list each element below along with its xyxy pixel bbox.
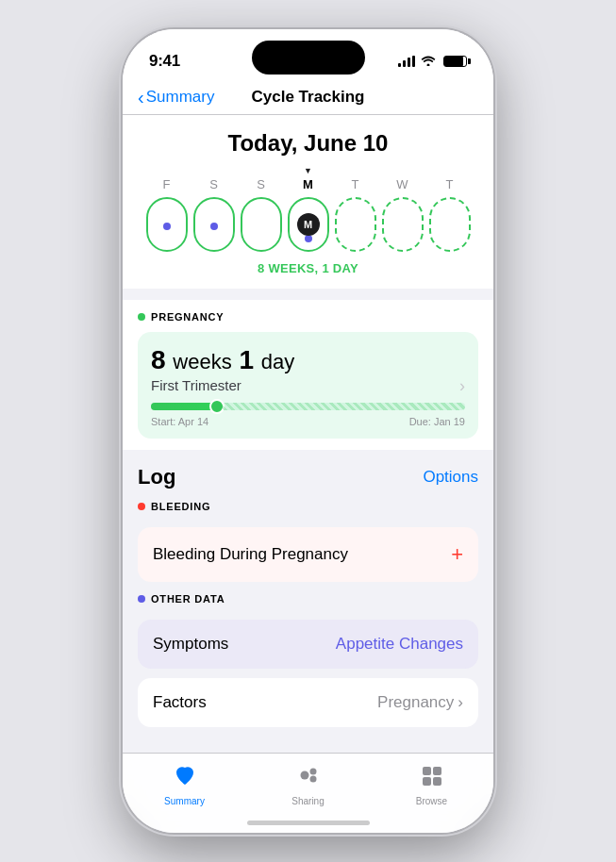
svg-rect-5 [433, 767, 441, 775]
start-date: Start: Apr 14 [151, 416, 208, 427]
today-label: M [297, 213, 320, 236]
progress-dates: Start: Apr 14 Due: Jan 19 [151, 416, 465, 427]
progress-remaining [220, 403, 465, 410]
days-word: day [261, 350, 294, 373]
triangle-t2 [429, 160, 471, 177]
triangle-m [288, 160, 329, 177]
pregnancy-weeks: 8 weeks 1 day [151, 345, 465, 375]
content-area[interactable]: Today, June 10 F S S M T [123, 115, 493, 753]
bleeding-label-text: BLEEDING [151, 501, 210, 512]
triangle-f [146, 160, 188, 177]
calendar-days[interactable]: M [138, 197, 478, 252]
battery-icon [443, 56, 467, 67]
day-label-s1: S [193, 177, 235, 191]
day-label-f: F [146, 177, 188, 191]
bleeding-card[interactable]: Bleeding During Pregnancy + [138, 527, 478, 582]
log-header: Log Options [123, 450, 493, 497]
day-label-m: M [288, 177, 329, 191]
svg-rect-7 [433, 777, 441, 786]
day-dot-s1 [210, 223, 218, 230]
pregnancy-trimester: First Trimester [151, 377, 465, 393]
factors-value: Pregnancy [377, 693, 454, 712]
bleeding-add-icon[interactable]: + [451, 542, 463, 567]
tab-browse[interactable]: Browse [394, 763, 470, 806]
pregnancy-section-label: PREGNANCY [138, 311, 478, 323]
pregnancy-card[interactable]: › 8 weeks 1 day First Trimester Start: A… [138, 332, 478, 439]
due-date: Due: Jan 19 [409, 416, 465, 427]
svg-point-1 [309, 769, 316, 775]
svg-rect-4 [423, 767, 431, 775]
wifi-icon [421, 55, 436, 69]
day-labels: F S S M T W T [138, 177, 478, 191]
day-pill-f[interactable] [146, 197, 188, 252]
summary-heart-icon [172, 763, 198, 793]
symptoms-value: Appetite Changes [336, 635, 463, 654]
weeks-label: 8 WEEKS, 1 DAY [138, 252, 478, 289]
triangle-s2 [241, 160, 282, 177]
svg-point-2 [309, 776, 316, 783]
nav-bar: ‹ Summary Cycle Tracking [123, 80, 493, 115]
day-label-t2: T [429, 177, 471, 191]
bleeding-section-label: BLEEDING [138, 501, 478, 512]
other-data-section-label: OTHER DATA [138, 593, 478, 605]
pregnancy-label-text: PREGNANCY [151, 311, 225, 323]
date-title: Today, June 10 [138, 130, 478, 157]
weeks-num: 8 [151, 345, 166, 374]
day-pill-s2[interactable] [241, 197, 282, 252]
tab-summary[interactable]: Summary [147, 763, 223, 806]
day-pill-t2[interactable] [429, 197, 471, 252]
back-label: Summary [146, 88, 215, 107]
progress-fill [151, 403, 220, 410]
factors-card[interactable]: Factors Pregnancy › [138, 678, 478, 727]
days-num: 1 [240, 345, 255, 374]
symptoms-card[interactable]: Symptoms Appetite Changes [138, 620, 478, 669]
phone-frame: 9:41 [123, 29, 493, 833]
status-time: 9:41 [149, 52, 180, 71]
tab-summary-label: Summary [164, 796, 205, 806]
factors-chevron-icon: › [458, 693, 463, 712]
weeks-word: weeks [173, 350, 231, 373]
day-dot-m [305, 235, 312, 242]
symptoms-label: Symptoms [153, 635, 228, 654]
bleeding-item-text: Bleeding During Pregnancy [153, 545, 348, 564]
day-pill-t1[interactable] [335, 197, 376, 252]
day-label-t1: T [335, 177, 376, 191]
other-data-label-text: OTHER DATA [151, 593, 225, 605]
other-data-dot [138, 595, 145, 603]
date-section: Today, June 10 F S S M T [123, 115, 493, 289]
bleeding-label-area: BLEEDING [123, 497, 493, 527]
day-pill-m[interactable]: M [288, 197, 329, 252]
svg-point-0 [300, 771, 308, 780]
log-title: Log [138, 465, 175, 489]
triangle-t1 [335, 160, 376, 177]
options-button[interactable]: Options [423, 468, 478, 487]
tab-sharing-label: Sharing [291, 796, 324, 806]
status-icons [398, 55, 467, 69]
day-pill-w[interactable] [382, 197, 424, 252]
pregnancy-progress [151, 403, 465, 410]
day-pill-s1[interactable] [193, 197, 235, 252]
factors-label: Factors [153, 693, 207, 712]
tab-sharing[interactable]: Sharing [271, 763, 346, 806]
screen: 9:41 [123, 29, 493, 833]
nav-title: Cycle Tracking [223, 88, 393, 107]
day-label-s2: S [241, 177, 282, 191]
other-data-label-area: OTHER DATA [123, 582, 493, 620]
back-button[interactable]: ‹ Summary [138, 88, 223, 107]
dynamic-island [252, 41, 365, 75]
day-dot-f [163, 223, 171, 230]
sharing-icon [295, 763, 322, 793]
browse-icon [419, 763, 445, 793]
home-indicator [247, 821, 370, 825]
factors-right: Pregnancy › [377, 693, 463, 712]
triangle-s1 [193, 160, 235, 177]
pregnancy-section: PREGNANCY › 8 weeks 1 day First Trimeste… [123, 300, 493, 450]
bleeding-dot [138, 503, 145, 510]
day-label-w: W [382, 177, 424, 191]
pregnancy-dot [138, 313, 145, 321]
signal-icon [398, 56, 415, 67]
pregnancy-chevron-icon: › [459, 375, 465, 395]
back-arrow-icon: ‹ [138, 88, 144, 107]
triangle-w [382, 160, 424, 177]
tab-browse-label: Browse [416, 796, 447, 806]
